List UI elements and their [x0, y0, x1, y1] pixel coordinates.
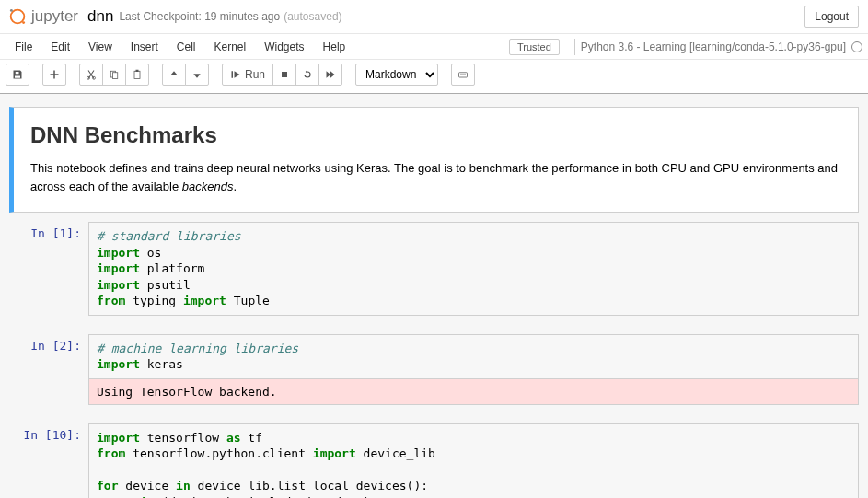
menu-help[interactable]: Help — [314, 37, 355, 57]
kernel-name[interactable]: Python 3.6 - Learning [learning/conda-5.… — [581, 41, 846, 53]
code-cell-1[interactable]: In [1]: # standard libraries import os i… — [9, 222, 859, 316]
celltype-select[interactable]: Markdown — [355, 64, 438, 86]
command-palette-button[interactable] — [451, 64, 475, 86]
paste-button[interactable] — [125, 64, 149, 86]
svg-rect-10 — [282, 72, 287, 77]
notebook-name[interactable]: dnn — [87, 7, 113, 26]
toolbar: Run Markdown — [0, 60, 868, 93]
edit-group — [79, 64, 149, 86]
svg-point-0 — [11, 10, 25, 24]
checkpoint-text: Last Checkpoint: 19 minutes ago — [119, 10, 280, 23]
copy-button[interactable] — [102, 64, 126, 86]
notebook-container: DNN Benchmarks This notebook defines and… — [0, 93, 868, 498]
menubar: File Edit View Insert Cell Kernel Widget… — [0, 34, 868, 60]
md-title: DNN Benchmarks — [30, 122, 841, 148]
input-prompt: In [10]: — [9, 423, 88, 498]
jupyter-icon — [7, 6, 28, 27]
svg-rect-7 — [134, 71, 140, 78]
menu-cell[interactable]: Cell — [168, 37, 205, 57]
notebook-header: jupyter dnn Last Checkpoint: 19 minutes … — [0, 0, 868, 34]
menu-insert[interactable]: Insert — [122, 37, 168, 57]
divider — [574, 39, 575, 55]
code-input[interactable]: # machine learning libraries import kera… — [88, 334, 859, 379]
restart-run-all-button[interactable] — [318, 64, 342, 86]
move-up-button[interactable] — [162, 64, 186, 86]
jupyter-logo[interactable]: jupyter — [7, 6, 78, 27]
kernel-status-icon[interactable] — [851, 41, 862, 52]
svg-rect-9 — [232, 71, 234, 78]
input-prompt: In [1]: — [9, 222, 88, 316]
code-cell-2[interactable]: In [2]: # machine learning libraries imp… — [9, 334, 859, 405]
restart-button[interactable] — [295, 64, 319, 86]
menu-kernel[interactable]: Kernel — [205, 37, 256, 57]
md-body: This notebook defines and trains deep ne… — [30, 159, 841, 195]
move-down-button[interactable] — [185, 64, 209, 86]
cut-button[interactable] — [79, 64, 103, 86]
code-input[interactable]: # standard libraries import os import pl… — [88, 222, 859, 316]
add-cell-button[interactable] — [42, 64, 66, 86]
save-button[interactable] — [6, 64, 29, 86]
jupyter-logo-text: jupyter — [31, 7, 78, 26]
trusted-indicator[interactable]: Trusted — [509, 39, 560, 55]
output-stderr: Using TensorFlow backend. — [88, 379, 859, 405]
interrupt-button[interactable] — [272, 64, 296, 86]
svg-point-2 — [22, 21, 25, 24]
code-cell-3[interactable]: In [10]: import tensorflow as tf from te… — [9, 423, 859, 498]
run-group: Run — [222, 64, 342, 86]
menu-edit[interactable]: Edit — [41, 37, 79, 57]
logout-button[interactable]: Logout — [804, 6, 859, 28]
menu-file[interactable]: File — [6, 37, 41, 57]
input-prompt: In [2]: — [9, 334, 88, 405]
svg-point-1 — [10, 9, 13, 12]
menu-widgets[interactable]: Widgets — [255, 37, 313, 57]
autosave-text: (autosaved) — [284, 10, 341, 23]
svg-rect-6 — [113, 73, 118, 79]
run-label: Run — [245, 68, 265, 81]
markdown-cell[interactable]: DNN Benchmarks This notebook defines and… — [9, 107, 859, 213]
run-button[interactable]: Run — [222, 64, 273, 86]
svg-rect-8 — [136, 70, 139, 72]
menu-view[interactable]: View — [79, 37, 122, 57]
move-group — [162, 64, 209, 86]
code-input[interactable]: import tensorflow as tf from tensorflow.… — [88, 423, 859, 498]
